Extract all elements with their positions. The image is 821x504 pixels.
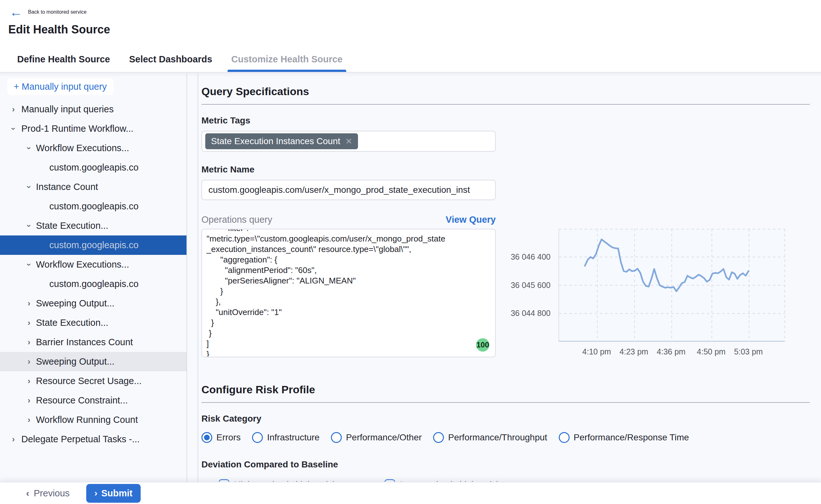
tree-item-label: Instance Count [36,182,98,192]
tree-item-label: Manually input queries [21,104,114,115]
tree-item-label: Workflow Executions... [36,259,129,270]
tab-define-health-source[interactable]: Define Health Source [15,46,112,72]
tree-item[interactable]: custom.googleapis.co [0,235,186,255]
radio-icon[interactable] [331,432,342,443]
tree-item-label: custom.googleapis.co [49,240,139,250]
operations-query-text: "filter": "metric.type=\"custom.googleap… [202,229,495,357]
x-axis-tick-label: 5:03 pm [723,347,774,356]
tree-item[interactable]: ›State Execution... [0,216,186,235]
tree-item[interactable]: ›Prod-1 Runtime Workflow... [0,119,186,138]
checkbox-icon[interactable] [219,479,229,482]
page-header: ← Back to monitored service Edit Health … [0,0,821,73]
back-link-label[interactable]: Back to monitored service [28,9,87,15]
operations-query-label: Operations query [201,214,272,225]
radio-icon[interactable] [252,432,263,443]
chevron-right-icon[interactable]: › [25,376,33,386]
chevron-down-icon[interactable]: › [24,222,34,230]
query-count-badge: 100 [476,338,489,352]
chevron-right-icon[interactable]: › [25,415,33,425]
operations-query-textarea[interactable]: "filter": "metric.type=\"custom.googleap… [201,229,496,357]
risk-category-label: Risk Category [201,414,810,424]
tree-item[interactable]: ›Resource Constraint... [0,391,186,410]
radio-label: Errors [216,432,241,443]
view-query-link[interactable]: View Query [446,214,496,225]
risk-radio-errors[interactable]: Errors [201,432,241,443]
previous-button[interactable]: ‹ Previous [26,488,70,499]
submit-button[interactable]: › Submit [86,484,141,503]
risk-radio-infrastructure[interactable]: Infrastructure [252,432,319,443]
tree-item[interactable]: ›Sweeping Output... [0,352,186,371]
tree-item-label: Sweeping Output... [36,356,115,367]
tree-item[interactable]: ›Workflow Executions... [0,138,186,158]
back-arrow-icon[interactable]: ← [10,6,22,18]
chevron-right-icon[interactable]: › [25,318,33,328]
tree-item-label: Resource Secret Usage... [36,376,142,386]
tab-bar: Define Health SourceSelect DashboardsCus… [15,46,344,72]
chevron-down-icon[interactable]: › [24,261,34,269]
radio-icon[interactable] [559,432,570,443]
remove-tag-icon[interactable]: ✕ [345,137,352,146]
tree-item[interactable]: ›Manually input queries [0,100,186,119]
back-link[interactable]: ← Back to monitored service [10,6,87,18]
tree-item[interactable]: custom.googleapis.co [0,158,186,177]
sidebar-gutter [187,73,198,482]
metric-tag-chip-label: State Execution Instances Count [211,136,340,146]
tree-item-label: Delegate Perpetual Tasks -... [21,434,140,445]
tree-item[interactable]: ›Workflow Executions... [0,255,186,274]
risk-category-radio-group: ErrorsInfrastructurePerformance/OtherPer… [201,432,810,443]
metric-tags-label: Metric Tags [201,115,810,126]
metric-tag-chip[interactable]: State Execution Instances Count ✕ [205,133,358,149]
deviation-checkbox-higher-value-is-higher-risk[interactable]: Higher value is higher risk [219,479,337,482]
chevron-right-icon[interactable]: › [25,395,33,405]
metric-tags-input[interactable]: State Execution Instances Count ✕ [201,131,496,152]
chevron-down-icon[interactable]: › [24,183,34,191]
tree-item-label: Sweeping Output... [36,298,115,309]
tree-item-label: State Execution... [36,221,108,231]
y-axis-tick-label: 36 045 600 [503,281,558,290]
page-title: Edit Health Source [8,23,110,36]
radio-label: Performance/Other [346,432,422,443]
chevron-right-icon[interactable]: › [9,434,18,444]
main-panel: Query Specifications Metric Tags State E… [198,73,821,482]
deviation-label: Deviation Compared to Baseline [201,459,810,470]
chevron-left-icon: ‹ [26,488,29,499]
tree-item[interactable]: custom.googleapis.co [0,197,186,216]
add-manual-query-button[interactable]: + Manually input query [7,78,113,95]
chevron-right-icon[interactable]: › [25,298,33,308]
metric-preview-chart: 36 046 40036 045 60036 044 8004:10 pm4:2… [503,229,810,362]
tree-item[interactable]: ›State Execution... [0,313,186,333]
chevron-right-icon[interactable]: › [25,337,33,347]
radio-label: Performance/Response Time [574,432,689,443]
tree-item[interactable]: ›Instance Count [0,177,186,197]
tree-item[interactable]: ›Barrier Instances Count [0,333,186,352]
risk-radio-performance-response-time[interactable]: Performance/Response Time [559,432,689,443]
tree-item[interactable]: ›Sweeping Output... [0,294,186,313]
radio-icon[interactable] [433,432,444,443]
tree-item[interactable]: ›Delegate Perpetual Tasks -... [0,430,186,449]
tab-select-dashboards[interactable]: Select Dashboards [127,46,214,72]
risk-radio-performance-other[interactable]: Performance/Other [331,432,422,443]
risk-profile-section: Configure Risk Profile Risk Category Err… [201,383,810,482]
tree-item-label: Resource Constraint... [36,395,128,406]
tree-item-label: Workflow Running Count [36,415,138,425]
query-specifications-heading: Query Specifications [201,85,810,98]
tab-customize-health-source[interactable]: Customize Health Source [229,46,345,72]
checkbox-icon[interactable] [384,479,395,482]
tree-item-label: custom.googleapis.co [49,201,139,212]
checkbox-label: Lower value is higher risk [400,479,501,482]
tree-item[interactable]: ›Resource Secret Usage... [0,371,186,391]
chevron-right-icon[interactable]: › [9,104,18,114]
metric-name-label: Metric Name [201,165,810,175]
tree-item[interactable]: custom.googleapis.co [0,274,186,294]
metric-name-input[interactable] [201,180,496,200]
deviation-checkbox-lower-value-is-higher-risk[interactable]: Lower value is higher risk [384,479,501,482]
chevron-down-icon[interactable]: › [9,125,18,133]
tree-item[interactable]: ›Workflow Running Count [0,410,186,430]
tree-item-label: Workflow Executions... [36,143,129,153]
chevron-right-icon[interactable]: › [25,357,33,367]
chevron-down-icon[interactable]: › [24,144,34,152]
risk-radio-performance-throughput[interactable]: Performance/Throughput [433,432,547,443]
previous-button-label: Previous [34,488,70,499]
radio-selected-icon[interactable] [201,432,212,443]
operations-row: Operations query View Query "filter": "m… [201,214,810,362]
